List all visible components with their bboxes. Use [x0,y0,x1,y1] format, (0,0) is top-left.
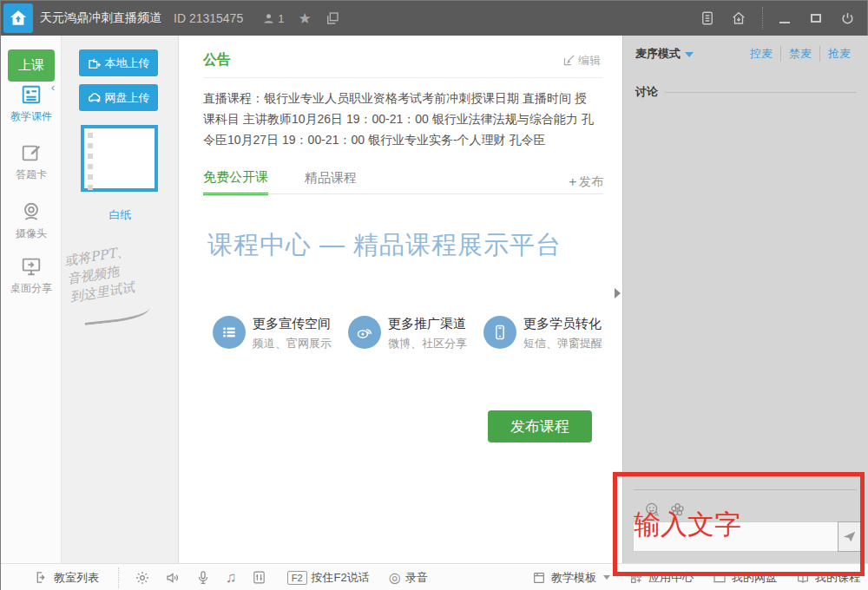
divider [665,92,857,93]
course-center-heading: 课程中心 — 精品课程展示平台 [207,228,562,263]
weibo-icon [348,316,381,349]
courseware-panel: 本地上传 网盘上传 白纸 或将PPT、 音视频拖 到这里试试 [62,36,179,563]
feature-title: 更多推广渠道 [388,316,467,332]
teaching-template-button[interactable]: 教学模板 [532,570,610,586]
power-close-button[interactable] [836,7,858,30]
sidebar-item-label: 摄像头 [1,226,62,241]
feature-student-conversion: 更多学员转化 短信、弹窗提醒 [483,316,619,351]
mixer-sliders-icon[interactable] [252,570,266,585]
phone-icon [483,316,516,349]
svg-text:A: A [654,511,659,518]
notice-list-icon[interactable] [696,7,719,30]
f2-key-badge: F2 [287,571,307,585]
settings-gear-icon[interactable] [135,570,150,586]
sidebar-item-label: 答题卡 [1,167,62,182]
record-button[interactable]: ◎ 录音 [389,569,428,586]
feature-title: 更多学员转化 [523,316,602,332]
folder-icon [713,571,727,585]
control-mic-link[interactable]: 控麦 [742,46,780,62]
music-note-icon[interactable]: ♫ [226,570,237,585]
person-icon [262,12,275,25]
sidebar-item-label: 桌面分享 [1,281,62,296]
window-title: 天元鸿鼎冲刺直播频道 [40,10,161,26]
sidebar-item-label: 教学课件 [1,109,62,124]
edit-announcement-button[interactable]: 编辑 [562,53,601,69]
chevron-down-icon [603,575,610,580]
mute-mic-link[interactable]: 禁麦 [780,46,819,62]
popup-window-icon[interactable] [326,11,339,25]
courseware-icon [1,83,62,106]
webcam-icon [1,200,62,223]
microphone-icon[interactable] [195,570,211,586]
folder-plus-icon [88,56,102,70]
mic-mode-dropdown[interactable]: 麦序模式 [635,46,694,62]
paper-plane-icon [842,529,857,544]
thumbnail-binding-dashes [88,133,93,190]
template-window-icon [532,571,546,585]
push-to-talk[interactable]: F2 按住F2说话 [287,570,370,586]
feature-subtitle: 频道、官网展示 [253,336,332,351]
start-class-button[interactable]: 上课 [8,49,55,82]
speaker-icon[interactable] [165,570,181,586]
bottom-toolbar: 教室列表 ♫ F2 按住F2说话 ◎ 录音 [1,563,868,590]
app-logo-icon [3,3,33,33]
feature-subtitle: 微博、社区分享 [388,336,467,351]
record-icon: ◎ [389,569,401,586]
announcement-title: 公告 [203,51,231,69]
tab-premium-course[interactable]: 精品课程 [305,170,357,193]
left-toolbar: 上课 ‹ 教学课件 答题卡 摄像头 桌面分享 [1,36,62,563]
plus-icon: ＋ [566,174,579,188]
flower-sticker-icon[interactable] [669,502,686,518]
home-icon[interactable] [727,7,750,30]
app-window: 天元鸿鼎冲刺直播频道 ID 21315475 1 ★ 上课 ‹ [0,0,868,590]
publish-link[interactable]: ＋发布 [566,174,603,190]
announcement-body: 直播课程：银行业专业人员职业资格考试考前冲刺授课日期 直播时间 授课科目 主讲教… [203,88,598,150]
discussion-panel: 麦序模式 控麦 禁麦 抢麦 讨论 A [622,36,868,563]
publish-course-button[interactable]: 发布课程 [488,410,592,442]
push-to-talk-label: 按住F2说话 [312,570,370,586]
titlebar-divider [762,7,763,30]
panel-expand-arrow-icon[interactable] [615,288,621,298]
answer-card-icon [1,141,62,164]
classroom-list-button[interactable]: 教室列表 [54,570,99,586]
cloud-upload-button[interactable]: 网盘上传 [79,84,158,111]
screen-share-icon [1,255,62,278]
cloud-plus-icon [88,91,102,105]
my-cloud-disk-button[interactable]: 我的网盘 [713,570,777,586]
record-label: 录音 [405,570,428,586]
minimize-button[interactable] [773,7,796,30]
drag-drop-hint: 或将PPT、 音视频拖 到这里试试 [63,236,178,307]
grab-mic-link[interactable]: 抢麦 [819,46,858,62]
edit-pencil-icon [562,54,575,67]
divider [203,77,603,78]
chat-message-input[interactable] [633,521,838,552]
divider [634,489,857,490]
whiteboard-label: 白纸 [62,207,179,223]
feature-subtitle: 短信、弹窗提醒 [523,336,602,351]
viewer-count: 1 [262,12,284,25]
app-grid-icon [629,571,643,585]
sidebar-item-answer-card[interactable]: 答题卡 [1,141,62,182]
maximize-button[interactable] [805,7,827,30]
feature-promotion-channel: 更多推广渠道 微博、社区分享 [348,316,483,351]
send-message-button[interactable] [838,521,861,552]
my-courses-button[interactable]: 我的课程 [796,570,860,586]
titlebar: 天元鸿鼎冲刺直播频道 ID 21315475 1 ★ [1,1,867,36]
classroom-list-icon[interactable] [34,570,49,585]
app-center-button[interactable]: 应用中心 [629,570,694,586]
feature-promo-space: 更多宣传空间 频道、官网展示 [213,316,348,351]
sidebar-item-courseware[interactable]: 教学课件 [1,83,62,124]
main-content: 公告 编辑 直播课程：银行业专业人员职业资格考试考前冲刺授课日期 直播时间 授课… [180,36,622,563]
divider [203,193,603,194]
book-icon [796,571,810,585]
favorite-star-icon[interactable]: ★ [298,11,311,26]
list-icon [213,316,246,349]
tab-free-open-course[interactable]: 免费公开课 [203,169,268,195]
local-upload-button[interactable]: 本地上传 [79,49,158,76]
feature-title: 更多宣传空间 [253,316,332,332]
feature-list: 更多宣传空间 频道、官网展示 更多推广渠道 微博、社区分享 更多学员转化 [213,316,619,351]
emoticon-icon[interactable]: A [644,502,661,518]
sidebar-item-screen-share[interactable]: 桌面分享 [1,255,62,296]
sidebar-item-camera[interactable]: 摄像头 [1,200,62,241]
whiteboard-thumbnail[interactable] [81,125,158,192]
